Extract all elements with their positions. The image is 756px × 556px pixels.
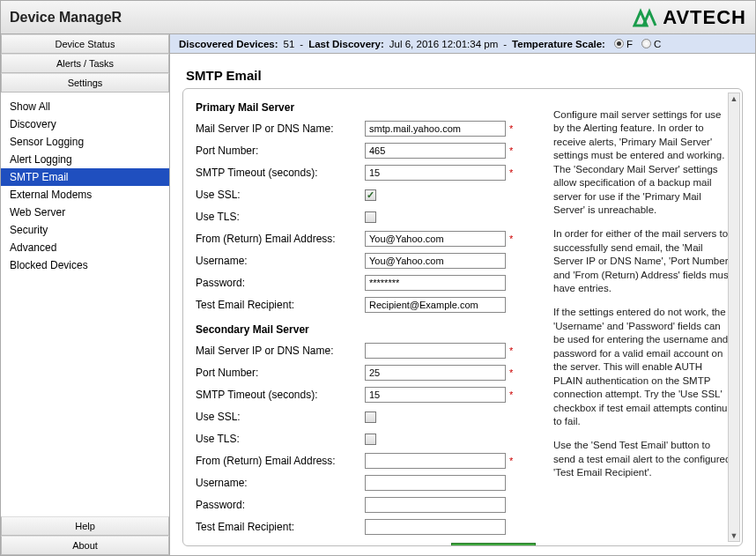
- secondary-recipient-input[interactable]: [365, 519, 506, 535]
- secondary-server-input[interactable]: [365, 343, 506, 359]
- nav-discovery[interactable]: Discovery: [1, 115, 169, 133]
- brand-text: AVTECH: [663, 6, 746, 29]
- primary-ssl-checkbox[interactable]: ✓: [365, 189, 376, 201]
- nav-security[interactable]: Security: [1, 221, 169, 239]
- settings-nav: Show All Discovery Sensor Logging Alert …: [1, 93, 169, 279]
- secondary-from-input[interactable]: [365, 453, 506, 469]
- sidebar: Device Status Alerts / Tasks Settings Sh…: [1, 34, 170, 555]
- temp-scale-c[interactable]: C: [641, 39, 661, 49]
- primary-server-input[interactable]: [365, 121, 506, 137]
- nav-external-modems[interactable]: External Modems: [1, 186, 169, 204]
- primary-from-input[interactable]: [365, 231, 506, 247]
- secondary-port-input[interactable]: [365, 365, 506, 381]
- tab-device-status[interactable]: Device Status: [1, 34, 169, 54]
- scrollbar[interactable]: ▲ ▼: [728, 93, 740, 542]
- secondary-ssl-checkbox[interactable]: [365, 411, 376, 423]
- secondary-section-title: Secondary Mail Server: [196, 323, 536, 336]
- help-panel: Configure mail server settings for use b…: [548, 89, 742, 545]
- help-p4: Use the 'Send Test Email' button to send…: [553, 439, 733, 480]
- primary-pass-input[interactable]: [365, 275, 506, 291]
- last-discovery-value: Jul 6, 2016 12:01:34 pm: [389, 39, 498, 49]
- app-title: Device ManageR: [10, 10, 122, 26]
- nav-blocked-devices[interactable]: Blocked Devices: [1, 256, 169, 274]
- primary-user-input[interactable]: [365, 253, 506, 269]
- primary-tls-checkbox[interactable]: [365, 211, 376, 223]
- secondary-timeout-input[interactable]: [365, 387, 506, 403]
- scroll-down-icon[interactable]: ▼: [730, 530, 738, 541]
- brand-logo: AVTECH: [633, 6, 746, 29]
- primary-section-title: Primary Mail Server: [196, 101, 536, 114]
- help-p1: Configure mail server settings for use b…: [553, 108, 733, 218]
- nav-alert-logging[interactable]: Alert Logging: [1, 151, 169, 168]
- last-discovery-label: Last Discovery:: [308, 39, 384, 49]
- secondary-pass-input[interactable]: [365, 497, 506, 513]
- scroll-up-icon[interactable]: ▲: [730, 93, 738, 104]
- discovered-value: 51: [284, 39, 295, 49]
- nav-sensor-logging[interactable]: Sensor Logging: [1, 133, 169, 151]
- status-bar: Discovered Devices: 51 - Last Discovery:…: [170, 34, 755, 54]
- app-header: Device ManageR AVTECH: [1, 1, 755, 34]
- settings-panel: Primary Mail Server Mail Server IP or DN…: [182, 88, 743, 546]
- discovered-label: Discovered Devices:: [179, 39, 278, 49]
- temp-scale-label: Temperature Scale:: [512, 39, 605, 49]
- save-settings-button[interactable]: Save Settings: [451, 543, 536, 545]
- nav-advanced[interactable]: Advanced: [1, 239, 169, 256]
- nav-show-all[interactable]: Show All: [1, 98, 169, 115]
- secondary-tls-checkbox[interactable]: [365, 434, 376, 445]
- primary-recipient-input[interactable]: [365, 297, 506, 313]
- page-title: SMTP Email: [170, 54, 755, 88]
- nav-web-server[interactable]: Web Server: [1, 204, 169, 221]
- help-p3: If the settings entered do not work, the…: [553, 306, 733, 429]
- temp-scale-f[interactable]: F: [614, 39, 633, 49]
- tab-settings[interactable]: Settings: [1, 73, 169, 93]
- tab-alerts-tasks[interactable]: Alerts / Tasks: [1, 54, 169, 73]
- nav-smtp-email[interactable]: SMTP Email: [1, 168, 169, 186]
- primary-port-input[interactable]: [365, 143, 506, 159]
- secondary-user-input[interactable]: [365, 475, 506, 491]
- primary-timeout-input[interactable]: [365, 165, 506, 181]
- tab-about[interactable]: About: [1, 536, 169, 555]
- brand-icon: [633, 8, 657, 27]
- help-p2: In order for either of the mail servers …: [553, 227, 733, 296]
- tab-help[interactable]: Help: [1, 516, 169, 536]
